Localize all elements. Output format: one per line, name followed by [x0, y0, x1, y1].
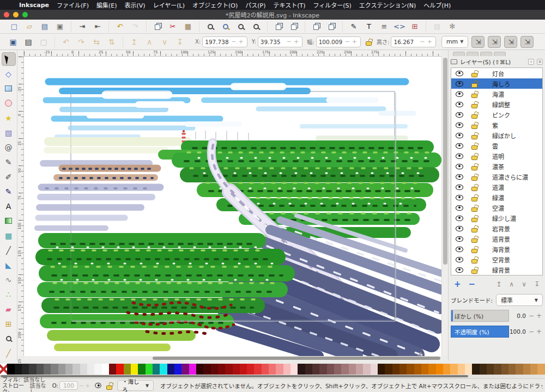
- copy-button[interactable]: [152, 21, 163, 32]
- palette-swatch[interactable]: [233, 364, 240, 375]
- print-button[interactable]: ▤: [39, 21, 50, 32]
- menu-item-10[interactable]: ヘルプ(H): [423, 1, 451, 9]
- opacity-quick-spinbox[interactable]: O: 100 −+: [52, 381, 90, 390]
- opacity-value[interactable]: 100.0: [509, 328, 528, 335]
- resize-grip-icon[interactable]: ◢: [417, 351, 421, 356]
- palette-swatch[interactable]: [211, 364, 218, 375]
- layer-lock-icon[interactable]: [471, 163, 478, 170]
- palette-swatch[interactable]: [109, 364, 116, 375]
- width-spinbox[interactable]: 幅: 100.009−+: [307, 36, 361, 47]
- preferences-button[interactable]: ✻: [447, 21, 458, 32]
- layer-visibility-icon[interactable]: [456, 205, 463, 211]
- palette-swatch[interactable]: [160, 364, 167, 375]
- add-layer-button[interactable]: +: [454, 279, 461, 289]
- palette-swatch[interactable]: [443, 364, 450, 375]
- create-clone-button[interactable]: [288, 21, 299, 32]
- window-title-bar[interactable]: *尻屋崎2の解説用.svg - Inkscape: [0, 10, 545, 20]
- paste-button[interactable]: ▦: [183, 21, 193, 32]
- menu-item-8[interactable]: フィルター(S): [313, 1, 352, 9]
- palette-swatch[interactable]: [181, 364, 189, 375]
- palette-swatch[interactable]: [421, 364, 428, 375]
- zoom-tool[interactable]: [2, 332, 16, 345]
- y-value[interactable]: 39.735: [261, 39, 286, 45]
- layer-row[interactable]: 道明: [451, 151, 542, 161]
- palette-swatch[interactable]: [480, 364, 487, 375]
- horizontal-scrollbar-thumb[interactable]: [153, 357, 440, 360]
- layer-visibility-icon[interactable]: [456, 185, 463, 190]
- dock-collapse-button[interactable]: ‹: [528, 59, 534, 65]
- horizontal-scrollbar[interactable]: [24, 356, 441, 360]
- palette-swatch[interactable]: [58, 364, 65, 375]
- palette-swatch[interactable]: [37, 364, 44, 375]
- fill-stroke-dialog-button[interactable]: ✎: [348, 21, 359, 32]
- layer-lock-icon[interactable]: [471, 256, 478, 263]
- layer-lock-icon[interactable]: [471, 80, 478, 87]
- box3d-tool[interactable]: ▧: [2, 126, 16, 139]
- current-layer-dropdown[interactable]: ・海しろ ▼: [117, 380, 154, 391]
- layer-lock-icon[interactable]: [471, 173, 478, 180]
- palette-swatch[interactable]: [414, 364, 421, 375]
- pencil-tool[interactable]: ✎: [2, 155, 16, 169]
- blend-mode-dropdown[interactable]: 標準 ▼: [496, 294, 543, 306]
- palette-swatch[interactable]: [22, 364, 29, 375]
- opacity-slider[interactable]: 不透明度 (%): [451, 326, 509, 338]
- menu-item-4[interactable]: レイヤー(L): [153, 1, 185, 9]
- layer-row[interactable]: 道濃: [451, 182, 542, 192]
- layer-visibility-icon[interactable]: [456, 154, 463, 159]
- dock-tab[interactable]: [467, 52, 479, 56]
- menu-item-6[interactable]: パス(P): [245, 1, 265, 9]
- palette-swatch[interactable]: [15, 364, 22, 375]
- layer-lock-icon[interactable]: [471, 142, 478, 149]
- palette-swatch[interactable]: [407, 364, 414, 375]
- height-minus[interactable]: −: [419, 38, 426, 45]
- layer-visibility-icon[interactable]: [456, 174, 463, 180]
- x-minus[interactable]: −: [230, 38, 237, 45]
- palette-swatch[interactable]: [254, 364, 261, 375]
- width-value[interactable]: 100.009: [319, 39, 344, 45]
- drawing-canvas[interactable]: [24, 57, 441, 356]
- fill-stroke-indicator[interactable]: フィル:該当なし ストローク:該当なし: [2, 377, 48, 392]
- text-dialog-button[interactable]: T: [364, 21, 374, 32]
- palette-swatch[interactable]: [516, 364, 523, 375]
- align-dialog-button[interactable]: ⊞: [409, 21, 420, 32]
- color-palette[interactable]: [0, 364, 545, 375]
- spray-tool[interactable]: ∴: [2, 287, 16, 301]
- height-value[interactable]: 16.267: [393, 39, 419, 45]
- layer-list[interactable]: 灯台海しろ海濃緑調整ピンク紫緑ぼかし雲道明濃茶道濃さらに濃道濃緑濃空濃緑少し濃岩…: [451, 68, 543, 275]
- palette-swatch[interactable]: [225, 364, 232, 375]
- layer-visibility-icon[interactable]: [456, 236, 463, 242]
- palette-swatch[interactable]: [356, 364, 363, 375]
- layer-visibility-icon[interactable]: [456, 71, 463, 76]
- zoom-to-selection-button[interactable]: [205, 21, 216, 32]
- layer-row[interactable]: 灯台: [451, 68, 542, 78]
- layer-visibility-toggle-icon[interactable]: [95, 383, 101, 388]
- minimize-window-button[interactable]: [13, 12, 19, 17]
- layer-raise-button[interactable]: ∧: [509, 280, 514, 288]
- palette-swatch[interactable]: [7, 364, 14, 375]
- layer-row[interactable]: 雲: [451, 140, 542, 151]
- menu-item-2[interactable]: 編集(E): [96, 1, 117, 9]
- palette-swatch[interactable]: [341, 364, 348, 375]
- palette-swatch[interactable]: [305, 364, 312, 375]
- height-spinbox[interactable]: 高さ: 16.267−+: [377, 36, 436, 47]
- x-spinbox[interactable]: X: 197.738−+: [195, 36, 247, 47]
- rectangle-tool[interactable]: [2, 82, 16, 95]
- scale-gradient-toggle[interactable]: ⇲: [504, 36, 517, 48]
- layer-row[interactable]: 緑濃: [451, 192, 542, 203]
- ellipse-tool[interactable]: [2, 96, 16, 110]
- palette-swatch[interactable]: [334, 364, 341, 375]
- layer-row[interactable]: 緑ぼかし: [451, 130, 542, 140]
- palette-swatch[interactable]: [218, 364, 225, 375]
- vertical-ruler[interactable]: -250255075100125150175200225: [17, 57, 24, 356]
- palette-swatch[interactable]: [349, 364, 356, 375]
- palette-swatch[interactable]: [458, 364, 465, 375]
- layer-lock-icon[interactable]: [471, 235, 478, 242]
- group-button[interactable]: [326, 21, 337, 32]
- x-plus[interactable]: +: [237, 38, 244, 45]
- palette-swatch[interactable]: [0, 364, 7, 375]
- layers-dialog-button[interactable]: ≡: [379, 21, 390, 32]
- y-spinbox[interactable]: Y: 39.735−+: [252, 36, 303, 47]
- layer-lock-icon[interactable]: [471, 101, 478, 108]
- spiral-tool[interactable]: @: [2, 140, 16, 154]
- palette-swatch[interactable]: [472, 364, 479, 375]
